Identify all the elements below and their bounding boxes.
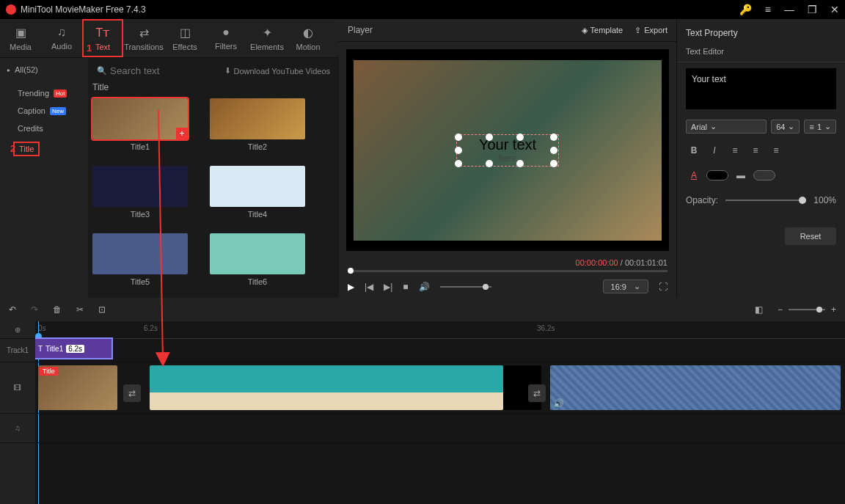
total-time: 00:01:01:01 bbox=[625, 258, 667, 267]
font-select[interactable]: Arial⌄ bbox=[686, 120, 767, 134]
highlight-color-swatch[interactable] bbox=[753, 170, 775, 180]
tab-elements[interactable]: ✦Elements bbox=[246, 19, 288, 57]
current-time: 00:00:00:00 bbox=[576, 258, 618, 267]
timeline-tracks[interactable]: 0s 6.2s 36.2s T Title1 6.2s Title ⇄ ⇄ 🔊 bbox=[35, 321, 845, 504]
search-input[interactable] bbox=[110, 65, 183, 76]
sidebar-item-credits[interactable]: Credits bbox=[0, 120, 88, 137]
align-left-button[interactable]: ≡ bbox=[727, 142, 743, 158]
zoom-slider[interactable] bbox=[789, 309, 825, 310]
title-preset-3[interactable]: Title3 bbox=[92, 166, 188, 219]
video-clip-3[interactable]: 🔊 bbox=[550, 365, 841, 410]
next-frame-button[interactable]: ▶| bbox=[384, 282, 392, 292]
minimize-icon[interactable]: — bbox=[784, 4, 794, 15]
menu-icon[interactable]: ≡ bbox=[765, 4, 771, 15]
align-right-button[interactable]: ≡ bbox=[768, 142, 784, 158]
preview-canvas[interactable]: Your text here bbox=[354, 60, 662, 241]
split-button[interactable]: ✂ bbox=[76, 304, 84, 315]
search-input-wrapper[interactable]: 🔍 bbox=[97, 65, 219, 76]
app-logo-icon bbox=[6, 4, 16, 15]
tab-motion[interactable]: ◐Motion bbox=[288, 19, 329, 57]
transition-slot-2[interactable]: ⇄ bbox=[528, 384, 546, 402]
stop-button[interactable]: ■ bbox=[403, 282, 408, 292]
title-preset-2[interactable]: Title2 bbox=[210, 98, 305, 151]
line-spacing-select[interactable]: ≡1⌄ bbox=[804, 120, 836, 134]
play-button[interactable]: ▶ bbox=[348, 282, 354, 292]
tab-audio[interactable]: ♫Audio bbox=[41, 19, 82, 57]
volume-slider[interactable] bbox=[440, 286, 491, 288]
folder-icon: ▣ bbox=[15, 26, 26, 40]
video-clip-1[interactable]: Title bbox=[38, 365, 117, 410]
redo-button[interactable]: ↷ bbox=[31, 304, 38, 315]
close-icon[interactable]: ✕ bbox=[830, 4, 839, 15]
maximize-icon[interactable]: ❐ bbox=[808, 4, 817, 15]
add-icon[interactable]: + bbox=[176, 128, 188, 139]
undo-button[interactable]: ↶ bbox=[9, 304, 16, 315]
download-youtube-link[interactable]: ⬇Download YouTube Videos bbox=[224, 66, 331, 76]
app-title: MiniTool MovieMaker Free 7.4.3 bbox=[21, 4, 739, 15]
line-spacing-icon: ≡ bbox=[809, 123, 813, 131]
opacity-slider[interactable] bbox=[725, 200, 806, 201]
export-button[interactable]: ⇪Export bbox=[634, 26, 667, 35]
prev-frame-button[interactable]: |◀ bbox=[365, 282, 373, 292]
fullscreen-button[interactable]: ⛶ bbox=[659, 282, 667, 292]
delete-button[interactable]: 🗑 bbox=[53, 304, 62, 315]
auto-reframe-icon[interactable]: ◧ bbox=[755, 304, 763, 315]
opacity-label: Opacity: bbox=[686, 195, 718, 205]
sidebar-item-all[interactable]: ▸All(52) bbox=[0, 61, 88, 78]
prop-title: Text Property bbox=[677, 25, 845, 41]
crop-button[interactable]: ⊡ bbox=[98, 304, 106, 315]
properties-panel: Text Property Text Editor Your text Aria… bbox=[676, 19, 845, 298]
title-clip[interactable]: T Title1 6.2s bbox=[35, 339, 111, 358]
italic-button[interactable]: I bbox=[706, 142, 723, 158]
tab-filters[interactable]: ●Filters bbox=[205, 19, 246, 57]
video-clip-2[interactable] bbox=[150, 365, 503, 410]
title-preset-1[interactable]: +Title1 bbox=[92, 98, 188, 151]
thumbnails-area: 🔍 ⬇Download YouTube Videos Title +Title1… bbox=[88, 58, 339, 298]
license-key-icon[interactable]: 🔑 bbox=[739, 4, 752, 15]
chevron-down-icon: ⌄ bbox=[824, 122, 831, 131]
video-track[interactable]: Title ⇄ ⇄ 🔊 bbox=[35, 362, 845, 414]
add-track-button[interactable]: ⊕ bbox=[0, 321, 35, 339]
text-clip-icon: T bbox=[38, 345, 43, 353]
track1-head[interactable]: Track1 bbox=[0, 339, 35, 362]
timeline-ruler[interactable]: 0s 6.2s 36.2s bbox=[35, 321, 845, 339]
music-note-icon: ♫ bbox=[57, 26, 66, 39]
transition-icon: ⇄ bbox=[139, 26, 149, 40]
seek-bar[interactable] bbox=[339, 267, 676, 275]
bold-button[interactable]: B bbox=[686, 142, 702, 158]
highlight-color-button[interactable]: ▬ bbox=[733, 167, 749, 183]
text-color-button[interactable]: A bbox=[686, 167, 702, 183]
transition-slot-1[interactable]: ⇄ bbox=[123, 384, 141, 402]
zoom-out-button[interactable]: − bbox=[778, 304, 783, 315]
text-color-swatch[interactable] bbox=[706, 170, 728, 180]
template-icon: ◈ bbox=[582, 26, 588, 35]
text-editor[interactable]: Your text bbox=[686, 68, 836, 109]
tab-media[interactable]: ▣Media bbox=[0, 19, 41, 57]
title-preset-4[interactable]: Title4 bbox=[210, 166, 305, 219]
zoom-in-button[interactable]: + bbox=[831, 304, 836, 315]
opacity-value: 100% bbox=[813, 195, 836, 205]
video-track-head[interactable]: 🎞 bbox=[0, 362, 35, 414]
titlebar: MiniTool MovieMaker Free 7.4.3 🔑 ≡ — ❐ ✕ bbox=[0, 0, 845, 19]
annotation-2: 2 bbox=[10, 143, 15, 154]
volume-icon[interactable]: 🔊 bbox=[419, 282, 430, 292]
tab-effects[interactable]: ◫Effects bbox=[164, 19, 205, 57]
aspect-ratio-select[interactable]: 16:9⌄ bbox=[603, 280, 648, 293]
align-center-button[interactable]: ≡ bbox=[747, 142, 764, 158]
tab-transitions[interactable]: ⇄Transitions bbox=[123, 19, 164, 57]
audio-track-head[interactable]: ♫ bbox=[0, 414, 35, 443]
filters-icon: ● bbox=[222, 26, 230, 39]
title-preset-6[interactable]: Title6 bbox=[210, 233, 305, 286]
sidebar-item-caption[interactable]: CaptionNew bbox=[0, 102, 88, 120]
music-icon: ♫ bbox=[15, 424, 21, 432]
sidebar-item-trending[interactable]: TrendingHot bbox=[0, 84, 88, 102]
reset-button[interactable]: Reset bbox=[785, 227, 836, 245]
elements-icon: ✦ bbox=[263, 26, 272, 40]
template-button[interactable]: ◈Template bbox=[582, 26, 623, 35]
chevron-down-icon: ⌄ bbox=[710, 122, 717, 131]
font-size-select[interactable]: 64⌄ bbox=[771, 120, 800, 134]
annotation-1: 1 bbox=[87, 43, 92, 54]
audio-track[interactable] bbox=[35, 414, 845, 443]
title-track[interactable]: T Title1 6.2s bbox=[35, 339, 845, 362]
title-preset-5[interactable]: Title5 bbox=[92, 233, 188, 286]
